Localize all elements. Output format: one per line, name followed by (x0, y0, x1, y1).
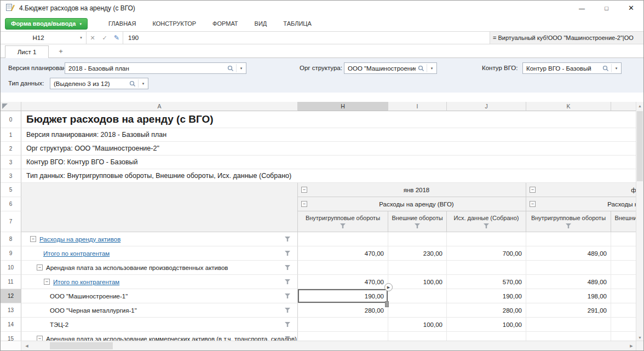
data-cell[interactable] (298, 261, 388, 275)
column-title-intragroup-feb[interactable]: Внутригрупповые обороты (526, 211, 611, 232)
collapse-icon[interactable]: − (44, 279, 50, 285)
info-cell[interactable]: Орг структура: ООО "Машиностроение-2" (21, 142, 637, 156)
collapse-icon[interactable]: − (301, 201, 307, 207)
data-cell[interactable]: 489,00 (526, 246, 611, 261)
row-label-cell[interactable]: − Итого по контрагентам (21, 275, 298, 289)
row-header[interactable]: 11 (1, 275, 21, 289)
filter-icon[interactable] (340, 223, 346, 228)
row-header[interactable]: 2 (1, 142, 21, 156)
row-header[interactable]: 14 (1, 318, 21, 332)
row-header[interactable]: 10 (1, 261, 21, 275)
org-filter[interactable]: ООО "Машиностроение-2" ▾ (344, 62, 437, 74)
column-header-k[interactable]: K (526, 102, 611, 111)
drill-handle[interactable]: ▶ (384, 283, 393, 291)
ribbon-tab-view[interactable]: ВИД (255, 20, 267, 27)
data-cell[interactable] (388, 289, 447, 303)
data-cell[interactable] (526, 261, 611, 275)
row-label-cell[interactable]: − Арендная плата за использование произв… (21, 261, 298, 275)
data-cell[interactable] (611, 289, 637, 303)
row-header[interactable]: 9 (1, 246, 21, 261)
data-cell[interactable] (388, 261, 447, 275)
collapse-icon[interactable]: − (37, 264, 43, 271)
minimize-button[interactable]: — (570, 1, 594, 16)
filter-icon[interactable] (285, 279, 290, 284)
row-label[interactable]: Итого по контрагентам (43, 250, 110, 257)
data-cell[interactable] (298, 232, 388, 246)
row-label-cell[interactable]: − Расходы на аренду активов (21, 232, 298, 246)
add-sheet-button[interactable]: + (55, 45, 66, 57)
row-header[interactable]: 3 (1, 169, 21, 183)
select-all-corner[interactable] (1, 102, 21, 111)
collapse-icon[interactable]: − (301, 187, 307, 193)
ribbon-tab-format[interactable]: ФОРМАТ (212, 20, 238, 27)
data-cell[interactable] (611, 246, 637, 261)
data-cell[interactable]: 700,00 (447, 246, 526, 261)
row-label-cell[interactable]: ТЭЦ-2 (21, 318, 298, 332)
data-cell[interactable] (611, 275, 637, 289)
data-cell[interactable]: 470,00 (298, 246, 388, 261)
row-label-cell[interactable]: ООО "Черная металлургия-1" (21, 303, 298, 318)
data-cell[interactable] (447, 261, 526, 275)
chevron-down-icon[interactable]: ▾ (612, 66, 621, 71)
filter-icon[interactable] (566, 223, 571, 228)
data-cell[interactable] (526, 318, 611, 332)
row-header[interactable]: 0 (1, 111, 21, 128)
fill-handle[interactable] (385, 301, 389, 307)
row-header[interactable]: 5 (1, 183, 21, 197)
filter-icon[interactable] (285, 251, 290, 256)
search-icon[interactable] (600, 65, 611, 72)
info-cell[interactable]: Тип данных: Внутригрупповые обороты, Вне… (21, 169, 637, 183)
io-form-button[interactable]: Форма ввода/вывода ▾ (5, 18, 88, 30)
maximize-button[interactable]: □ (594, 1, 619, 16)
sheet-tab-list1[interactable]: Лист 1 (5, 45, 49, 57)
column-title-external-feb[interactable]: Внешние обороты (611, 211, 637, 232)
row-header[interactable]: 6 (1, 197, 21, 211)
data-cell[interactable] (388, 303, 447, 318)
datatype-filter[interactable]: (Выделено 3 из 12) ▾ (50, 78, 148, 89)
column-header-j[interactable]: J (447, 102, 526, 111)
report-title[interactable]: Бюджет расходов на аренду (с ВГО) (21, 111, 637, 128)
row-label[interactable]: Арендная плата за использование производ… (46, 264, 228, 271)
column-header-rest[interactable] (611, 102, 637, 111)
ribbon-tab-home[interactable]: ГЛАВНАЯ (108, 20, 136, 27)
data-cell[interactable]: 570,00 (447, 275, 526, 289)
row-header[interactable]: 8 (1, 232, 21, 246)
chevron-down-icon[interactable]: ▾ (76, 36, 86, 40)
scroll-left-icon[interactable]: ◀ (22, 341, 31, 350)
data-cell[interactable]: 100,00 (388, 318, 447, 332)
row-header-selected[interactable]: 12 (1, 289, 21, 303)
row-header[interactable]: 1 (1, 128, 21, 142)
search-icon[interactable] (225, 65, 236, 72)
filter-icon[interactable] (285, 322, 290, 327)
filter-icon[interactable] (415, 223, 420, 228)
row-label[interactable]: Расходы на аренду активов (39, 236, 120, 243)
chevron-down-icon[interactable]: ▾ (427, 66, 436, 71)
row-label[interactable]: ТЭЦ-2 (50, 321, 68, 328)
filter-icon[interactable] (285, 237, 290, 241)
column-title-external[interactable]: Внешние обороты (388, 211, 447, 232)
data-cell[interactable]: 291,00 (526, 303, 611, 318)
collapse-icon[interactable]: − (530, 201, 536, 207)
selected-cell[interactable]: 190,00 ▶ (298, 289, 388, 303)
close-button[interactable]: ✕ (619, 1, 643, 16)
column-title-source[interactable]: Исх. данные (Собрано) (447, 211, 526, 232)
data-cell[interactable]: 470,00 (298, 275, 388, 289)
scroll-right-icon[interactable]: ▶ (627, 341, 636, 350)
ribbon-tab-designer[interactable]: КОНСТРУКТОР (152, 20, 196, 27)
vertical-scrollbar-thumb[interactable] (637, 111, 643, 181)
row-label[interactable]: ООО "Машиностроение-1" (50, 293, 128, 300)
data-cell[interactable] (611, 303, 637, 318)
name-box[interactable]: H12 ▾ (1, 32, 87, 44)
chevron-down-icon[interactable]: ▾ (237, 66, 246, 71)
row-label-cell[interactable]: ООО "Машиностроение-1" (21, 289, 298, 303)
edit-formula-icon[interactable]: ✎ (111, 34, 123, 42)
filter-icon[interactable] (285, 265, 290, 270)
column-header-i[interactable]: I (388, 102, 447, 111)
info-cell[interactable]: Версия планирования: 2018 - Базовый план (21, 128, 637, 142)
horizontal-scrollbar-thumb[interactable] (50, 342, 113, 349)
scroll-up-icon[interactable]: ▲ (636, 102, 643, 110)
filter-icon[interactable] (285, 294, 290, 298)
data-cell[interactable] (526, 232, 611, 246)
data-cell[interactable]: 489,00 (526, 275, 611, 289)
row-header[interactable]: 13 (1, 303, 21, 318)
